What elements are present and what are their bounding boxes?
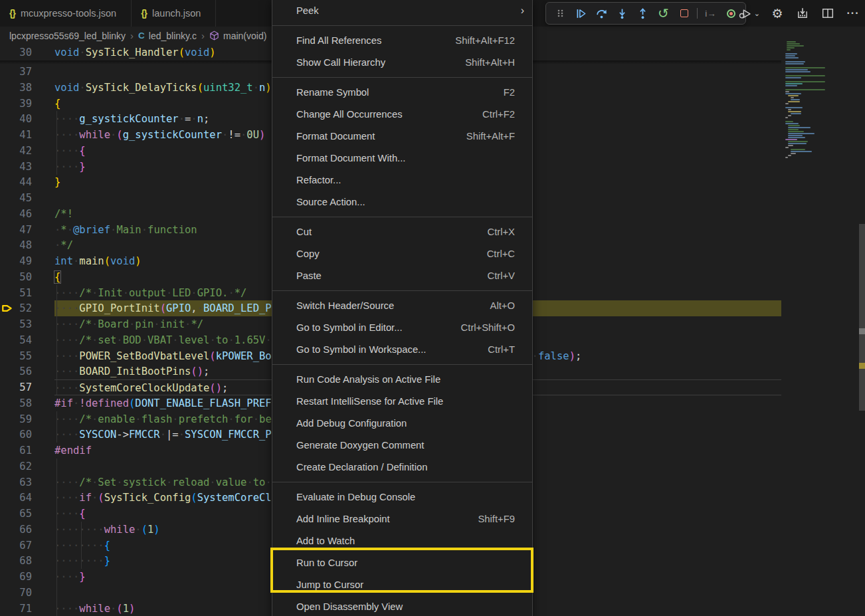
menu-item-switch-header-source[interactable]: Switch Header/SourceAlt+O (272, 294, 532, 316)
minimap-line (785, 71, 811, 72)
menu-separator (272, 286, 532, 294)
indent-guide (56, 127, 57, 143)
minimap-line (785, 123, 799, 124)
menu-shortcut: Ctrl+T (488, 344, 515, 355)
minimap-line (791, 113, 801, 114)
vscode-window: {} mcuxpresso-tools.json {} launch.json … (0, 0, 865, 616)
minimap-line (785, 53, 797, 54)
breadcrumb-symbol[interactable]: main(void) (223, 31, 266, 41)
minimap-line (788, 155, 791, 156)
line-number: 51 (0, 285, 32, 301)
debug-current-line-arrow-icon (1, 302, 13, 314)
line-number: 42 (0, 143, 32, 159)
menu-item-restart-intellisense-for-active-file[interactable]: Restart IntelliSense for Active File (272, 390, 532, 412)
minimap-line (787, 43, 800, 45)
menu-item-source-action[interactable]: Source Action... (272, 191, 532, 213)
annotation-highlight-box (270, 548, 533, 593)
stop-button[interactable] (674, 4, 694, 23)
menu-shortcut: Shift+Alt+H (465, 57, 515, 68)
menu-item-create-declaration-definition[interactable]: Create Declaration / Definition (272, 456, 532, 478)
tab-launch-json[interactable]: {} launch.json (132, 0, 216, 27)
minimap-line (785, 117, 788, 118)
menu-item-find-all-references[interactable]: Find All ReferencesShift+Alt+F12 (272, 29, 532, 51)
submenu-chevron-icon: › (521, 5, 524, 17)
menu-item-show-call-hierarchy[interactable]: Show Call HierarchyShift+Alt+H (272, 51, 532, 73)
menu-item-rename-symbol[interactable]: Rename SymbolF2 (272, 81, 532, 103)
run-or-debug-icon[interactable]: ⌄ (738, 5, 760, 22)
menu-shortcut: Shift+Alt+F12 (455, 35, 515, 46)
line-number: 37 (0, 64, 32, 80)
json-braces-icon: {} (141, 8, 147, 19)
restart-button[interactable]: ↺ (653, 4, 674, 23)
menu-item-format-document[interactable]: Format DocumentShift+Alt+F (272, 125, 532, 147)
menu-item-peek[interactable]: Peek› (272, 0, 532, 21)
menu-item-add-debug-configuration[interactable]: Add Debug Configuration (272, 412, 532, 434)
menu-item-evaluate-in-debug-console[interactable]: Evaluate in Debug Console (272, 486, 532, 508)
minimap-line (787, 45, 804, 47)
minimap-line (787, 49, 791, 51)
indent-guide (56, 506, 57, 522)
tab-mcuxpresso-tools-json[interactable]: {} mcuxpresso-tools.json (0, 0, 132, 27)
menu-item-go-to-symbol-in-editor[interactable]: Go to Symbol in Editor...Ctrl+Shift+O (272, 316, 532, 338)
breadcrumb-file[interactable]: led_blinky.c (149, 31, 197, 41)
continue-button[interactable] (571, 4, 591, 23)
json-braces-icon: {} (9, 8, 15, 19)
minimap-line (785, 147, 789, 148)
menu-item-generate-doxygen-comment[interactable]: Generate Doxygen Comment (272, 434, 532, 456)
minimap-line (791, 97, 794, 98)
menu-item-format-document-with[interactable]: Format Document With... (272, 147, 532, 169)
line-number: 49 (0, 253, 32, 269)
step-into-button[interactable] (612, 4, 632, 23)
toolbar-separator (697, 8, 698, 19)
minimap-line (788, 141, 808, 142)
menu-item-go-to-symbol-in-workspace[interactable]: Go to Symbol in Workspace...Ctrl+T (272, 338, 532, 360)
menu-item-refactor[interactable]: Refactor... (272, 169, 532, 191)
indent-guide (81, 538, 82, 554)
line-number: 45 (0, 190, 32, 206)
menu-shortcut: Alt+O (490, 300, 515, 311)
menu-separator (272, 478, 532, 486)
minimap-line (785, 57, 799, 58)
line-number: 56 (0, 363, 32, 379)
line-number: 44 (0, 174, 32, 190)
indent-guide (81, 553, 82, 569)
indent-guide (56, 332, 57, 348)
scrollbar-thumb[interactable] (859, 224, 865, 411)
minimap-line (785, 81, 825, 82)
menu-item-open-disassembly-view[interactable]: Open Disassembly View (272, 595, 532, 616)
line-number: 57 (0, 379, 32, 395)
instruction-step-button[interactable]: i→ (700, 4, 721, 23)
split-editor-icon[interactable] (820, 5, 836, 22)
indent-guide (56, 522, 57, 538)
minimap-line (785, 75, 825, 76)
menu-item-change-all-occurrences[interactable]: Change All OccurrencesCtrl+F2 (272, 103, 532, 125)
step-out-button[interactable] (632, 4, 653, 23)
minimap-line (785, 139, 797, 140)
menu-shortcut: Shift+Alt+F (466, 131, 515, 142)
menu-item-paste[interactable]: PasteCtrl+V (272, 264, 532, 286)
minimap-line (785, 89, 825, 90)
menu-item-cut[interactable]: CutCtrl+X (272, 221, 532, 243)
more-actions-icon[interactable]: ··· (845, 5, 861, 22)
menu-item-copy[interactable]: CopyCtrl+C (272, 243, 532, 264)
minimap-line (791, 149, 805, 150)
menu-separator (272, 213, 532, 221)
step-over-button[interactable] (591, 4, 612, 23)
settings-gear-icon[interactable]: ⚙ (769, 5, 785, 22)
line-number: 71 (0, 601, 32, 616)
line-number: 41 (0, 127, 32, 143)
minimap[interactable] (785, 41, 845, 161)
breadcrumb-folder[interactable]: lpcxpresso55s69_led_blinky (9, 31, 126, 41)
menu-item-add-inline-breakpoint[interactable]: Add Inline BreakpointShift+F9 (272, 508, 532, 530)
line-number: 54 (0, 332, 32, 348)
indent-guide (56, 348, 57, 364)
minimap-line (785, 93, 801, 94)
menu-shortcut: Ctrl+C (487, 249, 515, 259)
flash-programmer-icon[interactable] (795, 5, 811, 22)
gripper-handle[interactable] (550, 4, 571, 23)
menu-item-run-code-analysis-on-active-file[interactable]: Run Code Analysis on Active File (272, 368, 532, 390)
indent-guide (56, 474, 57, 490)
minimap-line (788, 111, 801, 112)
minimap-line (788, 145, 793, 146)
minimap-line (791, 153, 796, 154)
